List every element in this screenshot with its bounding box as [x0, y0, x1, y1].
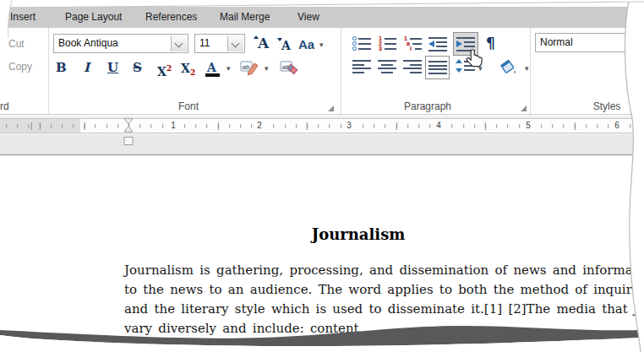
text-highlight-button[interactable]: ab — [240, 59, 260, 77]
text-line: to the news to an audience. The word app… — [124, 282, 644, 301]
indent-markers[interactable] — [123, 117, 134, 148]
shrink-font-tick-icon — [277, 38, 282, 41]
text-line: vary diversely and include: content — [124, 321, 644, 340]
subscript-digit: 2 — [190, 68, 195, 77]
superscript-digit: 2 — [166, 64, 172, 73]
font-name-value: Book Antiqua — [58, 37, 118, 49]
show-formatting-marks-button[interactable]: ¶ — [486, 35, 495, 51]
grow-font-tick-icon — [254, 35, 259, 39]
underline-button[interactable]: U — [107, 59, 118, 76]
paint-bucket-icon — [500, 60, 514, 73]
copy-button[interactable]: Copy — [8, 61, 32, 73]
clipboard-group-label: rd — [0, 100, 17, 112]
chevron-down-icon[interactable]: ▾ — [226, 65, 231, 73]
decrease-indent-button[interactable] — [428, 37, 447, 51]
clear-formatting-button[interactable]: ab — [280, 59, 300, 77]
text-line: Journalism is gathering, processing, and… — [124, 263, 644, 282]
ruler-number: 6 — [612, 121, 622, 131]
highlight-ab-text: ab — [243, 63, 250, 71]
shrink-font-button[interactable]: A — [281, 37, 291, 54]
first-line-indent-marker[interactable] — [124, 119, 133, 125]
numbered-list-button[interactable]: 1 2 3 — [378, 36, 396, 51]
ruler-half-ticks — [0, 122, 632, 130]
styles-group-label: Styles — [530, 100, 644, 112]
ruler-number: 3 — [344, 121, 354, 131]
multilevel-list-button[interactable]: 1 a i — [403, 36, 422, 51]
cut-button[interactable]: Cut — [8, 38, 25, 50]
chevron-down-icon[interactable]: ▾ — [525, 65, 529, 73]
bullet-list-button[interactable] — [352, 36, 371, 51]
italic-button[interactable]: I — [84, 59, 90, 76]
grow-font-button[interactable]: A — [258, 35, 269, 51]
bullet-icon — [352, 46, 357, 51]
paragraph-group-label: Paragraph — [341, 100, 515, 112]
justify-button[interactable] — [425, 56, 450, 79]
font-dialog-launcher[interactable] — [328, 106, 334, 111]
up-arrow-icon — [456, 59, 462, 63]
document-heading: Journalism — [84, 225, 633, 243]
right-arrow-icon — [456, 41, 462, 47]
tab-mail-merge[interactable]: Mail Merge — [220, 11, 270, 23]
align-left-button[interactable] — [352, 60, 371, 73]
font-size-combobox[interactable]: 11 — [194, 34, 245, 53]
subscript-base: X — [181, 62, 190, 75]
justify-icon — [428, 61, 447, 74]
ink-drip-icon — [514, 70, 516, 73]
subscript-button[interactable]: X2 — [181, 60, 195, 81]
rich-edit-application-window: Insert Page Layout References Mail Merge… — [0, 0, 644, 352]
document-paragraph: Journalism is gathering, processing, and… — [84, 263, 644, 340]
left-arrow-icon — [428, 41, 434, 47]
superscript-base: X — [157, 65, 166, 79]
down-arrow-icon — [456, 68, 462, 73]
style-value: Normal — [540, 36, 573, 48]
increase-indent-button[interactable] — [453, 32, 478, 56]
chevron-down-icon[interactable]: ▾ — [478, 65, 483, 73]
align-center-button[interactable] — [378, 60, 396, 73]
tab-references[interactable]: References — [145, 11, 197, 23]
align-right-button[interactable] — [403, 60, 422, 73]
font-name-combobox[interactable]: Book Antiqua — [53, 34, 188, 53]
left-indent-marker[interactable] — [124, 138, 133, 145]
level-marker: i — [408, 46, 413, 51]
chevron-down-icon[interactable] — [227, 35, 243, 51]
increase-indent-icon — [456, 37, 475, 51]
document-page[interactable]: Journalism Journalism is gathering, proc… — [0, 154, 644, 352]
tab-insert[interactable]: Insert — [10, 11, 35, 23]
chevron-down-icon[interactable] — [171, 35, 187, 51]
chevron-down-icon[interactable]: ▾ — [265, 65, 269, 73]
number-marker: 3 — [378, 46, 383, 51]
tab-view[interactable]: View — [297, 11, 319, 23]
font-group-label: Font — [48, 100, 329, 112]
chevron-down-icon[interactable]: ▾ — [319, 41, 324, 49]
paragraph-dialog-launcher[interactable] — [521, 106, 527, 111]
strikethrough-button[interactable]: S — [133, 59, 142, 76]
document-text-column: Journalism Journalism is gathering, proc… — [84, 155, 644, 340]
ribbon-tab-bar: Insert Page Layout References Mail Merge… — [0, 7, 644, 28]
change-case-button[interactable]: Aa — [298, 36, 314, 53]
superscript-button[interactable]: X2 — [157, 60, 172, 80]
paragraph-shading-button[interactable] — [499, 57, 519, 76]
text-line: and the literary style which is used to … — [124, 301, 644, 321]
ruler-number: 2 — [254, 121, 265, 131]
horizontal-ruler: 1 2 3 4 5 6 — [0, 116, 644, 135]
document-background — [0, 135, 644, 154]
bullet-icon — [352, 41, 357, 46]
ruler-band: 1 2 3 4 5 6 — [0, 118, 632, 133]
ruler-number: 4 — [434, 121, 444, 131]
hanging-indent-marker[interactable] — [124, 127, 133, 133]
style-combobox[interactable]: Normal — [535, 33, 644, 52]
font-size-value: 11 — [199, 37, 210, 49]
font-color-swatch — [205, 73, 220, 77]
tab-page-layout[interactable]: Page Layout — [65, 11, 122, 23]
line-spacing-button[interactable] — [456, 59, 476, 74]
bold-button[interactable]: B — [56, 59, 67, 76]
ruler-number: 1 — [168, 121, 178, 131]
ruler-number: 5 — [523, 121, 533, 131]
bullet-icon — [352, 36, 357, 41]
